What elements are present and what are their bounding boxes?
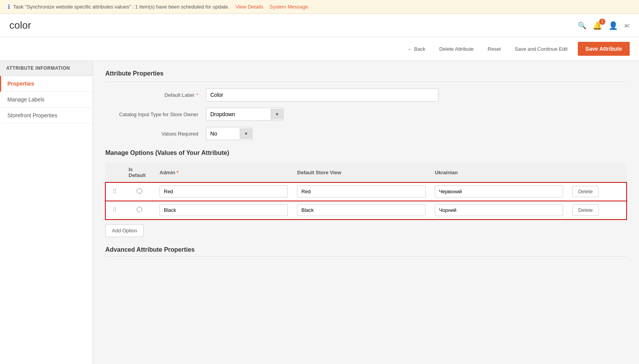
manage-options-section: Manage Options (Values of Your Attribute… (105, 149, 627, 237)
sidebar: ATTRIBUTE INFORMATION Properties Manage … (0, 61, 93, 364)
sidebar-item-storefront-properties[interactable]: Storefront Properties (0, 108, 93, 124)
back-button[interactable]: ← Back (404, 44, 429, 54)
values-required-row: Values Required No Yes ▼ (105, 127, 627, 140)
catalog-input-type-row: Catalog Input Type for Store Owner Dropd… (105, 108, 627, 121)
attribute-properties-section: Attribute Properties Default Label * Cat… (105, 70, 627, 140)
toolbar: ← Back Delete Attribute Reset Save and C… (0, 37, 639, 61)
is-default-radio[interactable] (137, 188, 142, 194)
advanced-attribute-properties-section: Advanced Attribute Properties (105, 246, 627, 257)
search-icon[interactable]: 🔍 (578, 21, 586, 30)
drag-handle-icon[interactable]: ⠿ (110, 188, 119, 195)
admin-required-marker: * (177, 170, 179, 175)
values-required-arrow-icon: ▼ (240, 128, 252, 139)
th-actions (568, 163, 627, 182)
catalog-input-type-label: Catalog Input Type for Store Owner (105, 112, 206, 117)
view-details-link[interactable]: View Details (235, 4, 263, 10)
notification-icon[interactable]: 🔔 1 (593, 21, 602, 30)
user-label: ac (624, 22, 630, 28)
drag-handle-cell: ⠿ (105, 182, 124, 201)
default-store-view-input[interactable] (297, 185, 425, 197)
drag-handle-icon[interactable]: ⠿ (110, 207, 119, 213)
delete-row-button[interactable]: Delete (572, 204, 599, 216)
reset-button[interactable]: Reset (484, 44, 505, 54)
main-layout: ATTRIBUTE INFORMATION Properties Manage … (0, 61, 639, 364)
required-marker: * (196, 92, 198, 98)
is-default-cell (124, 182, 155, 201)
notification-badge: 1 (599, 19, 605, 25)
ukrainian-value-cell (430, 201, 568, 220)
values-required-label: Values Required (105, 131, 206, 137)
sidebar-section-title: ATTRIBUTE INFORMATION (0, 61, 93, 76)
notification-bar: ℹ Task "Synchronize website specific att… (0, 0, 639, 14)
back-arrow-icon: ← (407, 46, 412, 52)
is-default-radio[interactable] (137, 207, 142, 212)
attribute-properties-title: Attribute Properties (105, 70, 627, 82)
admin-value-input[interactable] (160, 204, 288, 216)
th-drag (105, 163, 124, 182)
delete-cell: Delete (568, 182, 627, 201)
top-header: color 🔍 🔔 1 👤 ac (0, 14, 639, 37)
catalog-input-type-arrow-icon: ▼ (271, 109, 283, 120)
values-required-select-wrap: No Yes ▼ (206, 127, 253, 140)
default-store-view-cell (292, 182, 430, 201)
table-row: ⠿ (105, 182, 627, 201)
add-option-button[interactable]: Add Option (105, 224, 144, 237)
sidebar-item-properties[interactable]: Properties (0, 76, 93, 92)
options-table-header: Is Default Admin * Default Store View Uk… (105, 163, 627, 182)
page-title: color (9, 19, 578, 31)
catalog-input-type-select-wrap: Dropdown Text Field Text Area Date Yes/N… (206, 108, 283, 121)
admin-value-cell (155, 201, 292, 220)
sidebar-item-manage-labels[interactable]: Manage Labels (0, 92, 93, 108)
default-store-view-input[interactable] (297, 204, 425, 216)
default-store-view-cell (292, 201, 430, 220)
values-required-select[interactable]: No Yes (206, 127, 240, 140)
delete-row-button[interactable]: Delete (572, 186, 599, 197)
save-continue-button[interactable]: Save and Continue Edit (511, 44, 572, 54)
th-admin: Admin * (155, 163, 292, 182)
notification-text: Task "Synchronize website specific attri… (13, 4, 229, 10)
delete-cell: Delete (568, 201, 627, 220)
delete-attribute-button[interactable]: Delete Attribute (435, 44, 478, 54)
advanced-properties-title: Advanced Attribute Properties (105, 246, 627, 257)
th-is-default: Is Default (124, 163, 155, 182)
drag-handle-cell: ⠿ (105, 201, 124, 220)
options-table: Is Default Admin * Default Store View Uk… (105, 163, 627, 220)
header-icons: 🔍 🔔 1 👤 ac (578, 21, 630, 30)
catalog-input-type-select[interactable]: Dropdown Text Field Text Area Date Yes/N… (206, 108, 271, 120)
th-default-store-view: Default Store View (292, 163, 430, 182)
system-message-link[interactable]: System Message (270, 4, 308, 10)
admin-value-cell (155, 182, 292, 201)
admin-value-input[interactable] (160, 185, 288, 197)
th-ukrainian: Ukrainian (430, 163, 568, 182)
user-icon[interactable]: 👤 (608, 21, 618, 30)
manage-options-title: Manage Options (Values of Your Attribute… (105, 149, 627, 156)
info-icon: ℹ (8, 3, 10, 10)
ukrainian-value-input[interactable] (435, 204, 563, 216)
content-area: Attribute Properties Default Label * Cat… (93, 61, 639, 364)
default-label-label: Default Label * (105, 92, 206, 98)
save-attribute-button[interactable]: Save Attribute (578, 42, 630, 56)
ukrainian-value-input[interactable] (435, 185, 563, 197)
table-row: ⠿ (105, 201, 627, 220)
default-label-row: Default Label * (105, 88, 627, 101)
default-label-input[interactable] (206, 88, 438, 101)
is-default-cell (124, 201, 155, 220)
ukrainian-value-cell (430, 182, 568, 201)
